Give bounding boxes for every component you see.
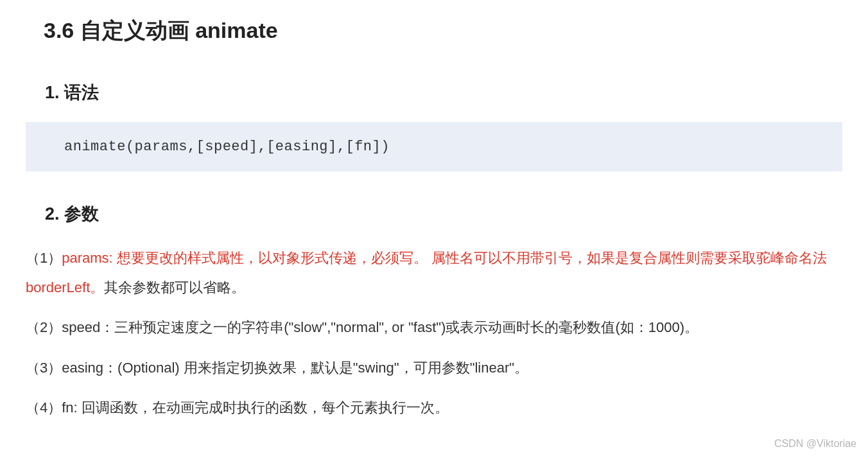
param-4: （4）fn: 回调函数，在动画完成时执行的函数，每个元素执行一次。 xyxy=(26,393,842,423)
code-block: animate(params,[speed],[easing],[fn]) xyxy=(26,122,842,171)
params-heading: 2. 参数 xyxy=(45,202,842,225)
watermark: CSDN @Viktoriae xyxy=(774,438,856,450)
param-1-rest: 其余参数都可以省略。 xyxy=(104,279,245,295)
params-list: （1）params: 想要更改的样式属性，以对象形式传递，必须写。 属性名可以不… xyxy=(26,243,842,423)
syntax-heading: 1. 语法 xyxy=(45,81,842,104)
param-1: （1）params: 想要更改的样式属性，以对象形式传递，必须写。 属性名可以不… xyxy=(26,243,842,303)
main-title: 3.6 自定义动画 animate xyxy=(44,16,842,46)
param-1-prefix: （1） xyxy=(26,250,62,266)
param-3: （3）easing：(Optional) 用来指定切换效果，默认是"swing"… xyxy=(26,353,842,383)
param-2: （2）speed：三种预定速度之一的字符串("slow","normal", o… xyxy=(26,313,842,342)
